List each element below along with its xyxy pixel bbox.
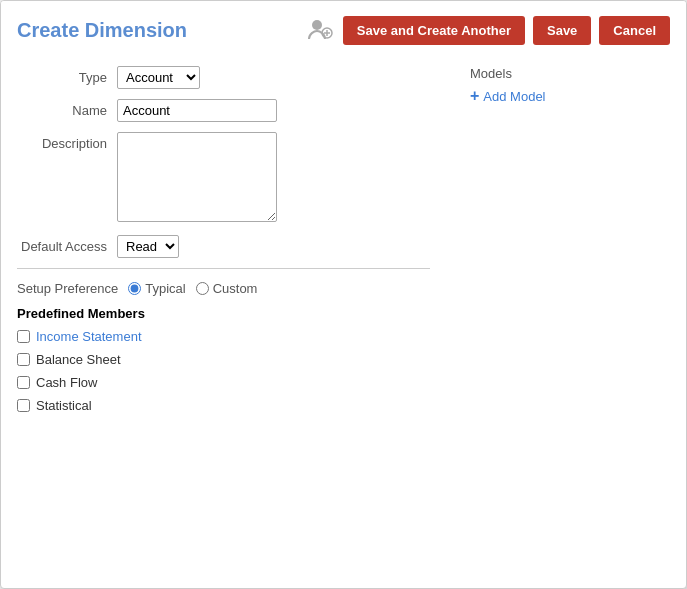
name-control	[117, 99, 430, 122]
type-label: Type	[17, 66, 117, 85]
cash-flow-checkbox[interactable]	[17, 376, 30, 389]
setup-preference-row: Setup Preference Typical Custom	[17, 281, 430, 296]
default-access-select[interactable]: Read Write None	[117, 235, 179, 258]
right-panel: Models + Add Model	[450, 66, 670, 421]
setup-preference-label: Setup Preference	[17, 281, 118, 296]
typical-radio-label[interactable]: Typical	[128, 281, 185, 296]
type-control: Account Custom Standard	[117, 66, 430, 89]
save-and-create-button[interactable]: Save and Create Another	[343, 16, 525, 45]
description-input[interactable]	[117, 132, 277, 222]
list-item: Cash Flow	[17, 375, 430, 390]
balance-sheet-label: Balance Sheet	[36, 352, 121, 367]
custom-radio-label[interactable]: Custom	[196, 281, 258, 296]
svg-point-0	[312, 20, 322, 30]
type-row: Type Account Custom Standard	[17, 66, 430, 89]
page-title: Create Dimension	[17, 19, 187, 42]
cash-flow-label: Cash Flow	[36, 375, 97, 390]
list-item: Income Statement	[17, 329, 430, 344]
list-item: Balance Sheet	[17, 352, 430, 367]
income-statement-checkbox[interactable]	[17, 330, 30, 343]
section-divider	[17, 268, 430, 269]
balance-sheet-checkbox[interactable]	[17, 353, 30, 366]
dialog-header: Create Dimension Save and Create Another…	[1, 1, 686, 56]
description-row: Description	[17, 132, 430, 225]
list-item: Statistical	[17, 398, 430, 413]
description-control	[117, 132, 430, 225]
header-actions: Save and Create Another Save Cancel	[307, 15, 670, 46]
add-model-label: Add Model	[483, 89, 545, 104]
plus-icon: +	[470, 87, 479, 105]
cancel-button[interactable]: Cancel	[599, 16, 670, 45]
default-access-row: Default Access Read Write None	[17, 235, 430, 258]
typical-radio[interactable]	[128, 282, 141, 295]
add-model-button[interactable]: + Add Model	[470, 87, 546, 105]
statistical-checkbox[interactable]	[17, 399, 30, 412]
default-access-control: Read Write None	[117, 235, 430, 258]
default-access-label: Default Access	[17, 235, 117, 254]
name-label: Name	[17, 99, 117, 118]
custom-label: Custom	[213, 281, 258, 296]
create-dimension-dialog: Create Dimension Save and Create Another…	[0, 0, 687, 589]
custom-radio[interactable]	[196, 282, 209, 295]
typical-label: Typical	[145, 281, 185, 296]
predefined-members-title: Predefined Members	[17, 306, 430, 321]
dialog-body: Type Account Custom Standard Name Des	[1, 56, 686, 437]
save-button[interactable]: Save	[533, 16, 591, 45]
name-row: Name	[17, 99, 430, 122]
name-input[interactable]	[117, 99, 277, 122]
user-permissions-icon	[307, 15, 335, 46]
description-label: Description	[17, 132, 117, 151]
left-panel: Type Account Custom Standard Name Des	[17, 66, 450, 421]
models-label: Models	[470, 66, 670, 81]
type-select[interactable]: Account Custom Standard	[117, 66, 200, 89]
statistical-label: Statistical	[36, 398, 92, 413]
income-statement-link[interactable]: Income Statement	[36, 329, 142, 344]
